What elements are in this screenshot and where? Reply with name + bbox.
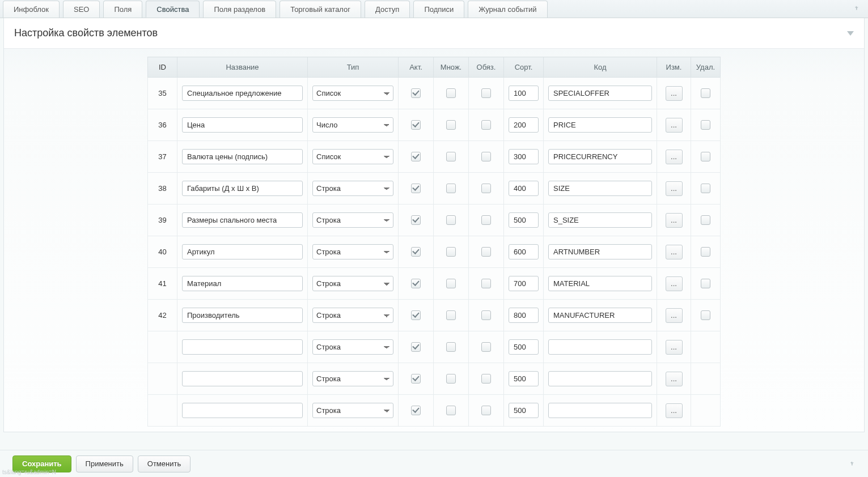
code-input[interactable] — [548, 308, 652, 323]
tab-5[interactable]: Торговый каталог — [280, 1, 361, 18]
multi-checkbox[interactable] — [446, 184, 456, 193]
multi-checkbox[interactable] — [446, 215, 456, 225]
edit-button[interactable]: ... — [666, 245, 683, 259]
active-checkbox[interactable] — [411, 279, 421, 288]
active-checkbox[interactable] — [411, 120, 421, 130]
sort-input[interactable] — [509, 149, 539, 164]
tab-4[interactable]: Поля разделов — [203, 1, 276, 18]
sort-input[interactable] — [509, 212, 539, 228]
edit-button[interactable]: ... — [666, 276, 683, 291]
code-input[interactable] — [548, 212, 652, 228]
edit-button[interactable]: ... — [666, 213, 683, 228]
sort-input[interactable] — [509, 244, 539, 259]
req-checkbox[interactable] — [481, 120, 491, 130]
active-checkbox[interactable] — [411, 184, 421, 193]
code-input[interactable] — [548, 403, 652, 418]
collapse-icon[interactable] — [847, 31, 854, 36]
multi-checkbox[interactable] — [446, 152, 456, 161]
edit-button[interactable]: ... — [666, 150, 683, 164]
sort-input[interactable] — [509, 339, 539, 355]
type-select[interactable]: СтрокаЧислоСписок — [312, 181, 393, 196]
edit-button[interactable]: ... — [666, 372, 683, 386]
req-checkbox[interactable] — [481, 152, 491, 161]
type-select[interactable]: СтрокаЧислоСписок — [312, 244, 393, 259]
name-input[interactable] — [182, 308, 303, 323]
multi-checkbox[interactable] — [446, 406, 456, 415]
cancel-button[interactable]: Отменить — [138, 455, 190, 472]
tab-0[interactable]: Инфоблок — [3, 1, 60, 18]
type-select[interactable]: СтрокаЧислоСписок — [312, 276, 393, 291]
name-input[interactable] — [182, 339, 303, 355]
code-input[interactable] — [548, 276, 652, 291]
code-input[interactable] — [548, 244, 652, 259]
tab-7[interactable]: Подписи — [413, 1, 464, 18]
name-input[interactable] — [182, 181, 303, 196]
active-checkbox[interactable] — [411, 406, 421, 415]
delete-checkbox[interactable] — [701, 120, 710, 130]
type-select[interactable]: СтрокаЧислоСписок — [312, 403, 393, 418]
name-input[interactable] — [182, 117, 303, 133]
type-select[interactable]: СтрокаЧислоСписок — [312, 86, 393, 101]
type-select[interactable]: СтрокаЧислоСписок — [312, 149, 393, 164]
sort-input[interactable] — [509, 276, 539, 291]
active-checkbox[interactable] — [411, 310, 421, 320]
edit-button[interactable]: ... — [666, 340, 683, 355]
delete-checkbox[interactable] — [701, 279, 710, 288]
edit-button[interactable]: ... — [666, 86, 683, 101]
tab-3[interactable]: Свойства — [146, 1, 200, 18]
sort-input[interactable] — [509, 403, 539, 418]
tab-2[interactable]: Поля — [103, 1, 142, 18]
req-checkbox[interactable] — [481, 279, 491, 288]
sort-input[interactable] — [509, 86, 539, 101]
delete-checkbox[interactable] — [701, 184, 710, 193]
edit-button[interactable]: ... — [666, 181, 683, 196]
active-checkbox[interactable] — [411, 152, 421, 161]
code-input[interactable] — [548, 181, 652, 196]
edit-button[interactable]: ... — [666, 308, 683, 323]
tab-8[interactable]: Журнал событий — [468, 1, 547, 18]
edit-button[interactable]: ... — [666, 403, 683, 418]
delete-checkbox[interactable] — [701, 310, 710, 320]
req-checkbox[interactable] — [481, 215, 491, 225]
delete-checkbox[interactable] — [701, 215, 710, 225]
multi-checkbox[interactable] — [446, 310, 456, 320]
tab-6[interactable]: Доступ — [365, 1, 410, 18]
type-select[interactable]: СтрокаЧислоСписок — [312, 117, 393, 133]
active-checkbox[interactable] — [411, 88, 421, 98]
req-checkbox[interactable] — [481, 310, 491, 320]
delete-checkbox[interactable] — [701, 152, 710, 161]
tab-1[interactable]: SEO — [63, 1, 100, 18]
pin-icon[interactable] — [852, 5, 860, 12]
req-checkbox[interactable] — [481, 406, 491, 415]
name-input[interactable] — [182, 276, 303, 291]
name-input[interactable] — [182, 403, 303, 418]
edit-button[interactable]: ... — [666, 118, 683, 133]
active-checkbox[interactable] — [411, 247, 421, 257]
code-input[interactable] — [548, 86, 652, 101]
multi-checkbox[interactable] — [446, 88, 456, 98]
multi-checkbox[interactable] — [446, 374, 456, 384]
multi-checkbox[interactable] — [446, 279, 456, 288]
sort-input[interactable] — [509, 181, 539, 196]
code-input[interactable] — [548, 339, 652, 355]
type-select[interactable]: СтрокаЧислоСписок — [312, 339, 393, 355]
code-input[interactable] — [548, 149, 652, 164]
req-checkbox[interactable] — [481, 88, 491, 98]
multi-checkbox[interactable] — [446, 120, 456, 130]
name-input[interactable] — [182, 149, 303, 164]
delete-checkbox[interactable] — [701, 88, 710, 98]
type-select[interactable]: СтрокаЧислоСписок — [312, 212, 393, 228]
apply-button[interactable]: Применить — [76, 455, 133, 472]
active-checkbox[interactable] — [411, 342, 421, 352]
sort-input[interactable] — [509, 371, 539, 386]
code-input[interactable] — [548, 371, 652, 386]
active-checkbox[interactable] — [411, 215, 421, 225]
sort-input[interactable] — [509, 308, 539, 323]
req-checkbox[interactable] — [481, 342, 491, 352]
name-input[interactable] — [182, 212, 303, 228]
req-checkbox[interactable] — [481, 184, 491, 193]
sort-input[interactable] — [509, 117, 539, 133]
delete-checkbox[interactable] — [701, 247, 710, 257]
name-input[interactable] — [182, 371, 303, 386]
name-input[interactable] — [182, 244, 303, 259]
